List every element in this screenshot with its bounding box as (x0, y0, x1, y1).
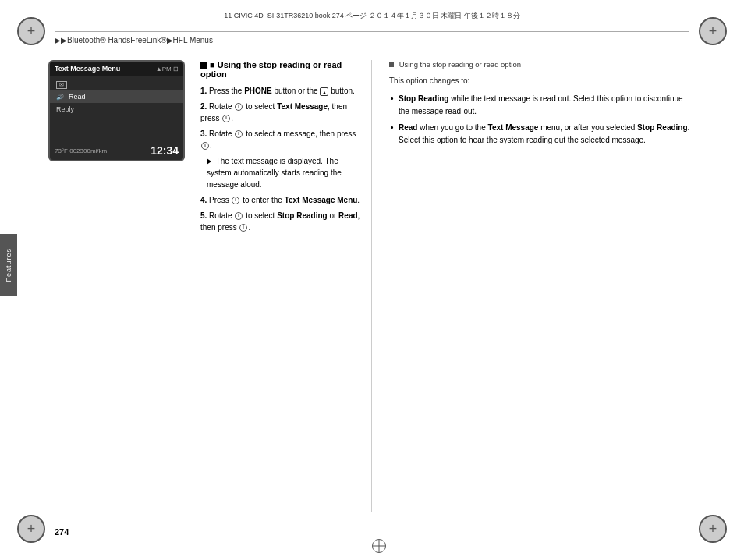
screen-body: ✉ 🔊 Read Reply (50, 76, 183, 119)
knob-icon-4 (201, 142, 209, 150)
main-content: Text Message Menu ▲PM ⊡ ✉ 🔊 Read Reply (48, 48, 696, 512)
arrow-item: The text message is displayed. The syste… (200, 155, 363, 190)
step-1: 1. Press the PHONE button or the ▲ butto… (200, 85, 363, 97)
knob-icon-5 (232, 197, 239, 204)
content-body: Text Message Menu ▲PM ⊡ ✉ 🔊 Read Reply (48, 48, 696, 512)
knob-icon-7 (239, 224, 247, 232)
black-square-icon (200, 62, 207, 69)
triangle-icon (207, 158, 211, 165)
page-number: 274 (55, 527, 69, 537)
screen-read-icon: 🔊 (56, 94, 64, 101)
stop-reading-label: Stop Reading (399, 94, 448, 103)
left-section-title: ■ Using the stop reading or read option (200, 60, 363, 79)
screen-read-item: 🔊 Read (50, 90, 183, 103)
knob-icon-6 (235, 212, 243, 220)
print-info: 11 CIVIC 4D_SI-31TR36210.book 274 ページ ２０… (47, 11, 697, 21)
screen-header: Text Message Menu ▲PM ⊡ (50, 62, 183, 76)
screen-footer: 73°F 002300mi/km 12:34 (55, 144, 179, 157)
screen-title: Text Message Menu (55, 65, 120, 73)
breadcrumb: ▶▶Bluetooth® HandsFreeLink®▶HFL Menus (55, 31, 689, 44)
knob-icon-1 (235, 103, 243, 111)
side-tab: Features (0, 234, 17, 296)
stop-reading-label-2: Stop Reading (637, 123, 687, 132)
screen-reply-label: Reply (56, 105, 74, 113)
right-intro-text: This option changes to: (389, 75, 696, 87)
step-5: 5. Rotate to select Stop Reading or Read… (200, 210, 363, 233)
talk-button-icon: ▲ (320, 87, 328, 96)
knob-icon-2 (222, 115, 230, 122)
screen-message-icon: ✉ (56, 81, 67, 89)
text-message-menu-label: Text Message (488, 123, 539, 132)
step-2: 2. Rotate to select Text Message, then p… (200, 101, 363, 124)
bottom-bar (0, 512, 744, 560)
small-square-icon (389, 62, 394, 67)
right-panel: Using the stop reading or read option Th… (380, 60, 696, 512)
step-4: 4. Press to enter the Text Message Menu. (200, 194, 363, 206)
screen-reply-item: Reply (50, 103, 183, 115)
right-section-title: Using the stop reading or read option (389, 60, 696, 69)
screen-footer-left: 73°F 002300mi/km (55, 147, 107, 154)
instruction-list-2: 4. Press to enter the Text Message Menu.… (200, 194, 363, 233)
screen-read-label: Read (69, 93, 86, 101)
car-screen: Text Message Menu ▲PM ⊡ ✉ 🔊 Read Reply (48, 60, 185, 161)
bullet-item-1: Stop Reading while the text message is r… (389, 93, 696, 117)
header-bar: 11 CIVIC 4D_SI-31TR36210.book 274 ページ ２０… (0, 0, 744, 48)
screen-message-icon-row: ✉ (50, 79, 183, 90)
bullet-item-2: Read when you go to the Text Message men… (389, 122, 696, 146)
instruction-list: 1. Press the PHONE button or the ▲ butto… (200, 85, 363, 151)
step-3: 3. Rotate to select a message, then pres… (200, 128, 363, 151)
middle-panel: ■ Using the stop reading or read option … (200, 60, 372, 512)
bullet-list: Stop Reading while the text message is r… (389, 93, 696, 146)
screen-time: 12:34 (151, 144, 179, 157)
screen-icons: ▲PM ⊡ (156, 66, 179, 73)
knob-icon-3 (235, 130, 243, 138)
left-panel: Text Message Menu ▲PM ⊡ ✉ 🔊 Read Reply (48, 60, 193, 512)
side-tab-label: Features (5, 248, 12, 282)
read-label: Read (399, 123, 417, 132)
